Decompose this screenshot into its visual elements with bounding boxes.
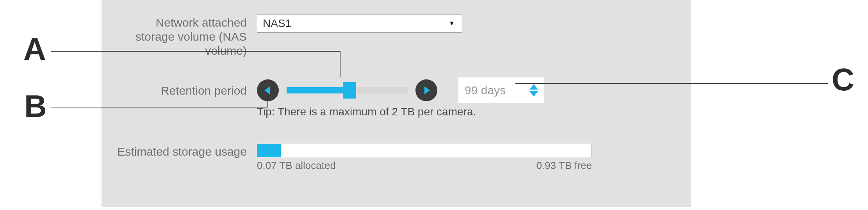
svg-marker-0	[264, 86, 270, 94]
chevron-down-icon: ▼	[449, 20, 455, 27]
slider-fill	[287, 87, 349, 93]
retention-increase-button[interactable]	[415, 79, 437, 101]
triangle-left-icon	[264, 86, 271, 94]
leader-c-h	[515, 83, 828, 84]
svg-marker-2	[529, 84, 538, 90]
usage-fill	[257, 144, 281, 157]
retention-controls: 99 days	[257, 77, 676, 103]
usage-allocated-text: 0.07 TB allocated	[257, 160, 336, 172]
annotation-a: A	[23, 34, 46, 65]
nas-control-col: NAS1 ▼	[257, 14, 676, 33]
retention-tip: Tip: There is a maximum of 2 TB per came…	[257, 106, 676, 118]
usage-free-text: 0.93 TB free	[536, 160, 592, 172]
nas-selected-value: NAS1	[263, 17, 291, 30]
leader-b-h	[51, 108, 267, 108]
stepper-up-icon[interactable]	[529, 84, 538, 90]
leader-a-h	[51, 51, 340, 52]
stepper-down-icon[interactable]	[529, 91, 538, 97]
usage-label: Estimated storage usage	[117, 144, 257, 159]
svg-marker-1	[424, 86, 430, 94]
usage-row: Estimated storage usage 0.07 TB allocate…	[117, 144, 676, 172]
slider-thumb[interactable]	[343, 82, 356, 99]
usage-control-col: 0.07 TB allocated 0.93 TB free	[257, 144, 676, 172]
stepper-arrows[interactable]	[529, 84, 538, 97]
retention-stepper[interactable]: 99 days	[458, 77, 544, 103]
retention-value: 99 days	[465, 84, 506, 97]
retention-label: Retention period	[117, 77, 257, 98]
leader-b-v	[267, 96, 268, 108]
nas-volume-select[interactable]: NAS1 ▼	[257, 14, 462, 33]
leader-a-v	[340, 51, 340, 77]
retention-slider[interactable]	[287, 87, 408, 93]
settings-panel: Network attached storage volume (NAS vol…	[102, 0, 691, 207]
annotation-b: B	[24, 91, 47, 122]
usage-labels: 0.07 TB allocated 0.93 TB free	[257, 160, 592, 172]
svg-marker-3	[529, 91, 538, 97]
annotation-c: C	[832, 64, 854, 95]
triangle-right-icon	[423, 86, 430, 94]
usage-bar	[257, 144, 592, 157]
